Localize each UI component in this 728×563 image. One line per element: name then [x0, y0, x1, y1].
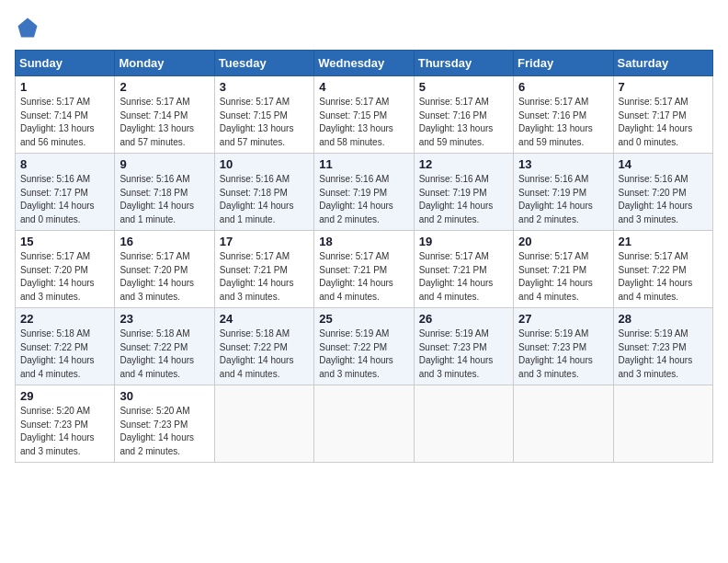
calendar-week-row: 22 Sunrise: 5:18 AMSunset: 7:22 PMDaylig…	[16, 308, 713, 385]
calendar-cell: 25 Sunrise: 5:19 AMSunset: 7:22 PMDaylig…	[314, 308, 414, 385]
calendar-cell: 1 Sunrise: 5:17 AMSunset: 7:14 PMDayligh…	[16, 76, 115, 154]
day-number: 19	[419, 235, 508, 248]
calendar-cell: 3 Sunrise: 5:17 AMSunset: 7:15 PMDayligh…	[214, 76, 313, 154]
col-header-thursday: Thursday	[414, 51, 513, 76]
day-info: Sunrise: 5:18 AMSunset: 7:22 PMDaylight:…	[20, 327, 109, 381]
day-info: Sunrise: 5:17 AMSunset: 7:14 PMDaylight:…	[20, 96, 109, 149]
day-info: Sunrise: 5:17 AMSunset: 7:16 PMDaylight:…	[518, 96, 608, 149]
day-number: 23	[119, 312, 209, 326]
calendar-week-row: 1 Sunrise: 5:17 AMSunset: 7:14 PMDayligh…	[16, 76, 713, 154]
day-info: Sunrise: 5:17 AMSunset: 7:20 PMDaylight:…	[20, 250, 109, 304]
calendar-cell: 26 Sunrise: 5:19 AMSunset: 7:23 PMDaylig…	[414, 308, 513, 385]
calendar-cell: 22 Sunrise: 5:18 AMSunset: 7:22 PMDaylig…	[16, 308, 115, 385]
day-info: Sunrise: 5:17 AMSunset: 7:21 PMDaylight:…	[220, 250, 309, 304]
col-header-friday: Friday	[514, 51, 613, 76]
day-number: 1	[20, 80, 109, 94]
day-number: 4	[319, 80, 408, 94]
calendar-cell: 28 Sunrise: 5:19 AMSunset: 7:23 PMDaylig…	[613, 308, 712, 385]
day-number: 30	[119, 389, 209, 403]
calendar-cell: 29 Sunrise: 5:20 AMSunset: 7:23 PMDaylig…	[16, 385, 115, 463]
calendar-cell: 17 Sunrise: 5:17 AMSunset: 7:21 PMDaylig…	[214, 231, 313, 308]
day-number: 26	[419, 312, 508, 326]
col-header-saturday: Saturday	[613, 51, 712, 76]
calendar-cell: 11 Sunrise: 5:16 AMSunset: 7:19 PMDaylig…	[314, 154, 414, 231]
calendar-week-row: 29 Sunrise: 5:20 AMSunset: 7:23 PMDaylig…	[16, 385, 713, 463]
day-info: Sunrise: 5:16 AMSunset: 7:18 PMDaylight:…	[220, 173, 309, 226]
calendar-table: SundayMondayTuesdayWednesdayThursdayFrid…	[15, 50, 713, 463]
day-info: Sunrise: 5:18 AMSunset: 7:22 PMDaylight:…	[119, 327, 209, 381]
day-number: 25	[319, 312, 408, 326]
day-number: 21	[619, 235, 708, 248]
day-number: 17	[220, 235, 309, 248]
col-header-tuesday: Tuesday	[214, 51, 313, 76]
calendar-header-row: SundayMondayTuesdayWednesdayThursdayFrid…	[16, 51, 713, 76]
calendar-cell: 9 Sunrise: 5:16 AMSunset: 7:18 PMDayligh…	[115, 154, 214, 231]
calendar-cell: 16 Sunrise: 5:17 AMSunset: 7:20 PMDaylig…	[115, 231, 214, 308]
day-info: Sunrise: 5:17 AMSunset: 7:21 PMDaylight:…	[319, 250, 408, 304]
svg-marker-0	[18, 18, 38, 38]
calendar-cell: 8 Sunrise: 5:16 AMSunset: 7:17 PMDayligh…	[16, 154, 115, 231]
day-number: 20	[518, 235, 608, 248]
calendar-cell: 6 Sunrise: 5:17 AMSunset: 7:16 PMDayligh…	[514, 76, 613, 154]
calendar-cell: 21 Sunrise: 5:17 AMSunset: 7:22 PMDaylig…	[613, 231, 712, 308]
logo	[15, 15, 44, 40]
day-number: 13	[518, 157, 608, 171]
day-number: 27	[518, 312, 608, 326]
day-number: 11	[319, 157, 408, 171]
calendar-cell: 10 Sunrise: 5:16 AMSunset: 7:18 PMDaylig…	[214, 154, 313, 231]
day-info: Sunrise: 5:17 AMSunset: 7:21 PMDaylight:…	[419, 250, 508, 304]
day-info: Sunrise: 5:16 AMSunset: 7:17 PMDaylight:…	[20, 173, 109, 226]
calendar-cell: 23 Sunrise: 5:18 AMSunset: 7:22 PMDaylig…	[115, 308, 214, 385]
day-info: Sunrise: 5:19 AMSunset: 7:23 PMDaylight:…	[419, 327, 508, 381]
day-info: Sunrise: 5:17 AMSunset: 7:14 PMDaylight:…	[119, 96, 209, 149]
day-info: Sunrise: 5:20 AMSunset: 7:23 PMDaylight:…	[20, 405, 109, 458]
calendar-cell: 19 Sunrise: 5:17 AMSunset: 7:21 PMDaylig…	[414, 231, 513, 308]
calendar-cell: 13 Sunrise: 5:16 AMSunset: 7:19 PMDaylig…	[514, 154, 613, 231]
day-number: 14	[619, 157, 708, 171]
day-info: Sunrise: 5:17 AMSunset: 7:17 PMDaylight:…	[619, 96, 708, 149]
calendar-cell: 30 Sunrise: 5:20 AMSunset: 7:23 PMDaylig…	[115, 385, 214, 463]
calendar-cell	[314, 385, 414, 463]
day-number: 29	[20, 389, 109, 403]
calendar-cell: 27 Sunrise: 5:19 AMSunset: 7:23 PMDaylig…	[514, 308, 613, 385]
calendar-cell: 14 Sunrise: 5:16 AMSunset: 7:20 PMDaylig…	[613, 154, 712, 231]
day-info: Sunrise: 5:19 AMSunset: 7:22 PMDaylight:…	[319, 327, 408, 381]
day-number: 22	[20, 312, 109, 326]
day-info: Sunrise: 5:19 AMSunset: 7:23 PMDaylight:…	[619, 327, 708, 381]
day-info: Sunrise: 5:17 AMSunset: 7:16 PMDaylight:…	[419, 96, 508, 149]
day-number: 28	[619, 312, 708, 326]
day-info: Sunrise: 5:18 AMSunset: 7:22 PMDaylight:…	[220, 327, 309, 381]
day-number: 9	[119, 157, 209, 171]
day-info: Sunrise: 5:17 AMSunset: 7:15 PMDaylight:…	[319, 96, 408, 149]
day-info: Sunrise: 5:19 AMSunset: 7:23 PMDaylight:…	[518, 327, 608, 381]
day-number: 3	[220, 80, 309, 94]
page-header	[15, 15, 713, 40]
calendar-cell	[514, 385, 613, 463]
calendar-cell	[214, 385, 313, 463]
day-number: 24	[220, 312, 309, 326]
col-header-sunday: Sunday	[16, 51, 115, 76]
calendar-cell: 24 Sunrise: 5:18 AMSunset: 7:22 PMDaylig…	[214, 308, 313, 385]
day-number: 6	[518, 80, 608, 94]
day-number: 15	[20, 235, 109, 248]
day-info: Sunrise: 5:17 AMSunset: 7:20 PMDaylight:…	[119, 250, 209, 304]
calendar-cell: 5 Sunrise: 5:17 AMSunset: 7:16 PMDayligh…	[414, 76, 513, 154]
day-info: Sunrise: 5:16 AMSunset: 7:20 PMDaylight:…	[619, 173, 708, 226]
col-header-monday: Monday	[115, 51, 214, 76]
day-info: Sunrise: 5:20 AMSunset: 7:23 PMDaylight:…	[119, 405, 209, 458]
day-number: 12	[419, 157, 508, 171]
day-number: 8	[20, 157, 109, 171]
day-number: 7	[619, 80, 708, 94]
calendar-cell: 15 Sunrise: 5:17 AMSunset: 7:20 PMDaylig…	[16, 231, 115, 308]
logo-icon	[15, 15, 40, 40]
day-number: 5	[419, 80, 508, 94]
calendar-week-row: 8 Sunrise: 5:16 AMSunset: 7:17 PMDayligh…	[16, 154, 713, 231]
calendar-cell: 2 Sunrise: 5:17 AMSunset: 7:14 PMDayligh…	[115, 76, 214, 154]
day-number: 16	[119, 235, 209, 248]
calendar-cell: 20 Sunrise: 5:17 AMSunset: 7:21 PMDaylig…	[514, 231, 613, 308]
day-number: 18	[319, 235, 408, 248]
calendar-cell: 12 Sunrise: 5:16 AMSunset: 7:19 PMDaylig…	[414, 154, 513, 231]
day-info: Sunrise: 5:16 AMSunset: 7:19 PMDaylight:…	[518, 173, 608, 226]
calendar-cell	[414, 385, 513, 463]
day-info: Sunrise: 5:16 AMSunset: 7:18 PMDaylight:…	[119, 173, 209, 226]
